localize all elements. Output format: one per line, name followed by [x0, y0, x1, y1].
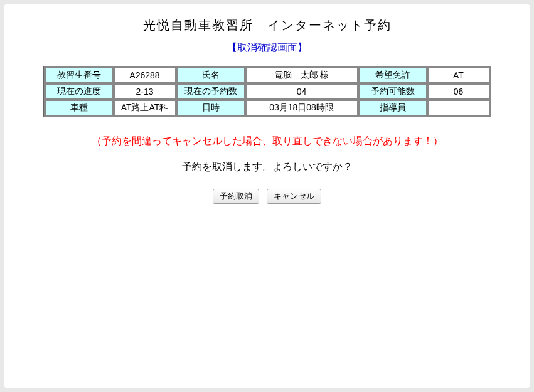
main-window: 光悦自動車教習所 インターネット予約 【取消確認画面】 教習生番号 A26288… — [4, 4, 530, 388]
value-reservation-count: 04 — [246, 84, 358, 99]
label-name: 氏名 — [177, 68, 245, 83]
label-progress: 現在の進度 — [45, 84, 113, 99]
table-row: 現在の進度 2-13 現在の予約数 04 予約可能数 06 — [45, 84, 489, 99]
cancel-button[interactable]: キャンセル — [267, 189, 321, 204]
info-table: 教習生番号 A26288 氏名 電脳 太郎 様 希望免許 AT 現在の進度 2-… — [43, 66, 491, 117]
value-available-count: 06 — [428, 84, 489, 99]
label-vehicle-type: 車種 — [45, 100, 113, 115]
page-title: 光悦自動車教習所 インターネット予約 — [11, 17, 523, 34]
label-license-type: 希望免許 — [359, 68, 427, 83]
table-row: 教習生番号 A26288 氏名 電脳 太郎 様 希望免許 AT — [45, 68, 489, 83]
label-available-count: 予約可能数 — [359, 84, 427, 99]
value-progress: 2-13 — [114, 84, 176, 99]
label-reservation-count: 現在の予約数 — [177, 84, 245, 99]
screen-label: 【取消確認画面】 — [11, 41, 523, 55]
value-vehicle-type: AT路上AT科 — [114, 100, 176, 115]
value-instructor — [428, 100, 489, 115]
button-row: 予約取消 キャンセル — [11, 189, 523, 204]
value-student-number: A26288 — [114, 68, 176, 83]
value-name: 電脳 太郎 様 — [246, 68, 358, 83]
label-instructor: 指導員 — [359, 100, 427, 115]
confirm-message: 予約を取消します。よろしいですか？ — [11, 161, 523, 174]
label-datetime: 日時 — [177, 100, 245, 115]
label-student-number: 教習生番号 — [45, 68, 113, 83]
cancel-reservation-button[interactable]: 予約取消 — [213, 189, 259, 204]
value-license-type: AT — [428, 68, 489, 83]
table-row: 車種 AT路上AT科 日時 03月18日08時限 指導員 — [45, 100, 489, 115]
value-datetime: 03月18日08時限 — [246, 100, 358, 115]
warning-message: （予約を間違ってキャンセルした場合、取り直しできない場合があります！） — [11, 135, 523, 148]
